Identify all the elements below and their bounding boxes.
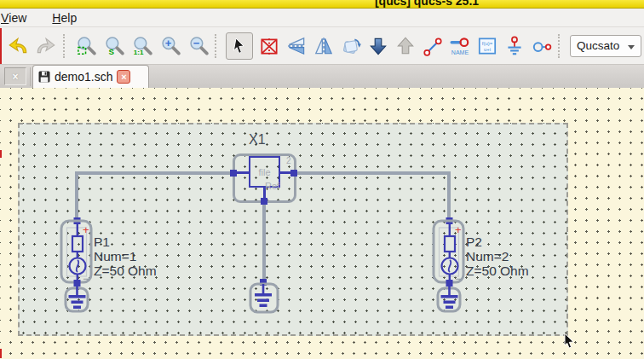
port-p1-num[interactable]: Num=1 (94, 249, 136, 264)
window-title: [qucs] qucs-s 25.1 (375, 0, 479, 8)
tabbar-divider (30, 67, 31, 86)
subcircuit-pin-stub (237, 171, 249, 174)
svg-text:u+i: u+i (484, 46, 491, 51)
mirror-x-icon (285, 35, 308, 57)
toolbar: S 1:1 + − (0, 27, 644, 65)
screen-edge-artifact (0, 28, 2, 64)
subcircuit-pin2-number: 2 (286, 156, 291, 165)
port-p1-impedance[interactable]: Z=50 Ohm (94, 263, 157, 279)
chevron-down-icon (628, 45, 635, 49)
mouse-cursor (564, 333, 575, 350)
floppy-save-icon (38, 71, 50, 83)
plus-sign: + (83, 223, 89, 236)
undo-icon (7, 35, 29, 57)
equation-icon: f(u)= u+i (476, 35, 498, 57)
minus-sign: − (455, 273, 461, 285)
arrow-up-icon (394, 35, 417, 57)
deactivate-icon (258, 35, 280, 57)
equation-button[interactable]: f(u)= u+i (476, 33, 498, 59)
zoom-in-button[interactable]: + (158, 33, 181, 59)
menu-item-view[interactable]: View (0, 9, 32, 27)
insert-wire-button[interactable] (422, 33, 444, 59)
port-icon (531, 35, 553, 57)
svg-text:−: − (193, 36, 200, 49)
menu-item-help[interactable]: Help (47, 9, 82, 27)
tab-close-button[interactable]: × (117, 70, 130, 84)
mirror-y-button[interactable] (313, 33, 335, 59)
rotate-button[interactable] (340, 33, 362, 59)
port-p1[interactable]: + − (59, 217, 96, 318)
deactivate-component-button[interactable] (258, 33, 280, 59)
zoom-selection-button[interactable]: S (102, 33, 124, 59)
wire[interactable] (262, 202, 266, 284)
wire-label-button[interactable]: NAME (449, 33, 471, 59)
cursor-arrow-icon (229, 36, 250, 56)
zoom-out-icon: − (187, 35, 209, 57)
zoom-one-to-one-icon: 1:1 (130, 35, 152, 57)
window-titlebar: [qucs] qucs-s 25.1 (0, 0, 644, 9)
select-tool-button[interactable] (226, 32, 253, 60)
port-p2-designator[interactable]: P2 (466, 235, 482, 250)
port-pin (74, 280, 81, 287)
svg-text:1:1: 1:1 (134, 48, 144, 55)
document-tab[interactable]: demo1.sch × (32, 65, 149, 88)
mirror-x-button[interactable] (285, 33, 308, 59)
screen-edge-artifact (0, 150, 2, 158)
svg-text:NAME: NAME (451, 49, 469, 55)
tab-title: demo1.sch (55, 70, 112, 84)
redo-icon (35, 35, 57, 57)
arrow-down-icon (367, 35, 389, 57)
redo-button[interactable] (35, 33, 57, 59)
port-p2[interactable]: + − (431, 217, 469, 318)
zoom-selection-icon: S (102, 35, 124, 57)
tabbar: × demo1.sch × (0, 65, 644, 88)
svg-text:S: S (109, 46, 115, 55)
svg-text:+: + (165, 37, 172, 49)
go-up-button[interactable] (394, 33, 417, 59)
toolbar-separator (63, 34, 68, 58)
toolbar-separator (558, 34, 563, 58)
port-p2-impedance[interactable]: Z=50 Ohm (466, 263, 529, 279)
wire[interactable] (447, 171, 451, 221)
go-into-subcircuit-button[interactable] (367, 33, 389, 59)
zoom-in-icon: + (158, 35, 181, 57)
wire[interactable] (292, 171, 451, 175)
simulator-select[interactable]: Qucsato (570, 35, 641, 57)
plus-sign: + (455, 223, 462, 236)
subcircuit-designator[interactable]: X1 (249, 132, 266, 148)
wire-icon (422, 35, 444, 57)
wire-label-icon: NAME (449, 35, 471, 57)
zoom-one-to-one-button[interactable]: 1:1 (130, 33, 152, 59)
subcircuit-pin (261, 198, 267, 205)
wire[interactable] (75, 171, 237, 175)
ground-icon (503, 35, 526, 57)
toolbar-separator (215, 34, 220, 58)
zoom-fit-button[interactable] (74, 33, 96, 59)
zoom-out-button[interactable]: − (187, 33, 209, 59)
qucs-window: [qucs] qucs-s 25.1 View Help S (0, 0, 644, 359)
insert-port-button[interactable] (531, 33, 553, 59)
subcircuit-pin-stub (280, 171, 290, 174)
svg-text:f(u)=: f(u)= (482, 40, 493, 45)
wire[interactable] (75, 171, 78, 221)
close-document-button[interactable]: × (4, 67, 26, 85)
screen-edge-artifact (0, 349, 2, 358)
menubar: View Help (0, 9, 644, 27)
subcircuit-pin (230, 170, 237, 177)
port-p2-num[interactable]: Num=2 (466, 249, 509, 264)
undo-button[interactable] (7, 33, 29, 59)
zoom-fit-icon (74, 35, 96, 57)
mirror-y-icon (313, 35, 335, 57)
subcircuit-pin (290, 170, 297, 177)
minus-sign: − (83, 273, 89, 285)
insert-ground-button[interactable] (503, 33, 526, 59)
port-p1-designator[interactable]: P1 (94, 235, 110, 250)
subcircuit-ref-label: Ref (265, 181, 279, 191)
schematic-canvas[interactable]: X1 file 2 Ref + − (0, 88, 644, 359)
ground-center[interactable] (249, 279, 281, 318)
port-pin (446, 280, 453, 287)
rotate-icon (340, 35, 362, 57)
